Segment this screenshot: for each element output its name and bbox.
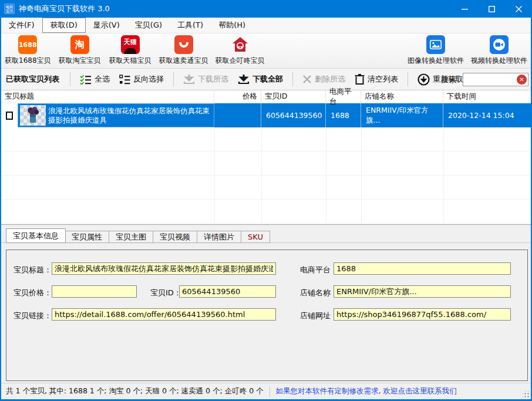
invert-selection-icon: [119, 75, 130, 85]
button-label: 删除所选: [315, 74, 345, 85]
select-all-icon: [80, 75, 92, 85]
delete-selected-icon: [302, 75, 312, 84]
clear-list-button[interactable]: 清空列表: [355, 74, 398, 85]
table-row[interactable]: 浪漫北欧风绒布玫瑰假花仿真花家居装饰仿真花束摄影拍摄婚庆道具 605644139…: [1, 103, 531, 127]
list-toolbar: 已获取宝贝列表 全选 反向选择: [1, 69, 531, 90]
menu-item[interactable]: 宝贝(G): [127, 18, 170, 33]
tab-basic-info[interactable]: 宝贝基本信息: [6, 228, 66, 243]
column-header-shop[interactable]: 店铺名称: [361, 90, 443, 103]
title-bar: 电商 宝贝 神奇电商宝贝下载软件 3.0: [0, 0, 532, 18]
item-id-field[interactable]: [179, 285, 276, 298]
download-selected-button[interactable]: 下载所选: [183, 74, 228, 85]
row-item-id: 605644139560: [261, 103, 326, 127]
menu-file[interactable]: 文件(F): [1, 18, 42, 33]
tmall-icon: 天猫: [121, 35, 140, 54]
separator: [270, 386, 270, 397]
app-icon-text: 电商: [6, 5, 13, 9]
resize-grip-icon[interactable]: [523, 391, 530, 398]
menu-fetch[interactable]: 获取(D): [42, 18, 86, 33]
row-checkbox[interactable]: [6, 112, 13, 120]
1688-icon: 1688: [18, 35, 37, 54]
column-header-title[interactable]: 宝贝标题: [1, 90, 214, 103]
search-label: 搜索:: [442, 75, 459, 85]
tab-detail-images[interactable]: 详情图片: [197, 231, 241, 243]
menu-help[interactable]: 帮助(H): [211, 18, 253, 33]
minimize-button[interactable]: [451, 0, 478, 18]
fetch-1688-button[interactable]: 1688 获取1688宝贝: [1, 33, 55, 68]
contact-link[interactable]: 如果您对本软件有定制修改需求, 欢迎点击这里联系我们: [276, 386, 457, 396]
title-field[interactable]: [52, 262, 276, 275]
fetch-aliexpress-button[interactable]: 获取速卖通宝贝: [156, 33, 212, 68]
row-price: [214, 103, 261, 127]
platform-field[interactable]: [334, 262, 511, 275]
taobao-icon: 淘: [70, 35, 89, 54]
table-header: 宝贝标题 价格 宝贝ID 电商平台 店铺名称 下载时间: [1, 90, 531, 103]
aliexpress-icon: [174, 35, 193, 54]
price-field[interactable]: [52, 285, 137, 298]
column-header-id[interactable]: 宝贝ID: [261, 90, 326, 103]
separator: [292, 72, 293, 86]
column-header-platform[interactable]: 电商平台: [326, 90, 361, 103]
app-window: 电商 宝贝 神奇电商宝贝下载软件 3.0 文件(F) 获取(D) 显示(V) 宝…: [0, 0, 532, 401]
row-title: 浪漫北欧风绒布玫瑰假花仿真花家居装饰仿真花束摄影拍摄婚庆道具: [48, 106, 212, 125]
image-converter-button[interactable]: 图像转换处理软件: [404, 33, 467, 68]
button-label: 获取企叮咚宝贝: [216, 56, 265, 66]
tab-attributes[interactable]: 宝贝属性: [65, 231, 109, 243]
fetch-tmall-button[interactable]: 天猫 获取天猫宝贝: [105, 33, 156, 68]
app-icon-text: 宝贝: [6, 9, 13, 13]
tab-video[interactable]: 宝贝视频: [153, 231, 197, 243]
button-label: 获取1688宝贝: [5, 56, 51, 66]
shop-url-field[interactable]: [334, 308, 511, 321]
menu-view[interactable]: 显示(V): [86, 18, 127, 33]
button-label: 全选: [95, 74, 110, 85]
download-all-button[interactable]: 下载全部: [238, 74, 283, 85]
maximize-icon: [489, 6, 495, 12]
column-header-time[interactable]: 下载时间: [443, 90, 531, 103]
title-label: 宝贝标题：: [14, 265, 52, 275]
row-shop-name: ENRMIIV/印米官方旗...: [361, 103, 443, 127]
basic-info-frame: 宝贝标题： 电商平台： 宝贝价格： 宝贝ID： 店铺名称： 宝贝链接： 店铺网址…: [6, 250, 528, 381]
video-converter-button[interactable]: 视频转换处理软件: [467, 33, 531, 68]
clear-list-icon: [355, 74, 365, 85]
platform-label: 电商平台：: [300, 265, 338, 275]
button-label: 获取淘宝宝贝: [59, 56, 101, 66]
status-summary: 共 1 个宝贝, 其中: 1688 1 个; 淘宝 0 个; 天猫 0 个; 速…: [6, 386, 264, 396]
menu-bar: 文件(F) 获取(D) 显示(V) 宝贝(G) 工具(T) 帮助(H): [1, 18, 531, 33]
button-label: 下载所选: [198, 74, 228, 85]
fetch-qidingdong-button[interactable]: 获取企叮咚宝贝: [212, 33, 268, 68]
item-table: 宝贝标题 价格 宝贝ID 电商平台 店铺名称 下载时间 浪漫北欧风绒布玫瑰假花仿…: [1, 90, 531, 225]
tab-main-images[interactable]: 宝贝主图: [109, 231, 153, 243]
item-link-field[interactable]: [52, 308, 276, 321]
select-all-button[interactable]: 全选: [80, 74, 110, 85]
price-label: 宝贝价格：: [14, 288, 52, 298]
button-label: 图像转换处理软件: [408, 56, 464, 66]
close-icon: [516, 6, 522, 12]
button-label: 下载全部: [252, 74, 283, 85]
column-header-price[interactable]: 价格: [214, 90, 261, 103]
shop-url-label: 店铺网址：: [300, 311, 338, 321]
image-converter-icon: [426, 35, 445, 54]
close-button[interactable]: [505, 0, 532, 18]
shop-name-field[interactable]: [334, 285, 511, 298]
item-thumbnail: [20, 105, 46, 126]
button-label: 获取天猫宝贝: [109, 56, 151, 66]
list-title: 已获取宝贝列表: [6, 74, 59, 85]
fetch-taobao-button[interactable]: 淘 获取淘宝宝贝: [55, 33, 105, 68]
item-link-label: 宝贝链接：: [14, 311, 52, 321]
main-toolbar: 1688 获取1688宝贝 淘 获取淘宝宝贝 天猫 获取天猫宝贝 获取速卖通宝贝: [1, 33, 531, 69]
shop-name-label: 店铺名称：: [300, 288, 338, 298]
button-label: 视频转换处理软件: [471, 56, 527, 66]
maximize-button[interactable]: [478, 0, 505, 18]
tab-sku[interactable]: SKU: [241, 231, 270, 243]
clear-search-icon[interactable]: ✕: [517, 75, 527, 85]
menu-tools[interactable]: 工具(T): [170, 18, 211, 33]
delete-selected-button[interactable]: 删除所选: [302, 74, 345, 85]
download-all-icon: [238, 74, 250, 85]
tab-strip: 宝贝基本信息 宝贝属性 宝贝主图 宝贝视频 详情图片 SKU: [6, 228, 270, 243]
row-platform: 1688: [326, 103, 361, 127]
item-id-label: 宝贝ID：: [150, 288, 181, 298]
invert-selection-button[interactable]: 反向选择: [119, 74, 164, 85]
button-label: 清空列表: [368, 74, 398, 85]
button-label: 获取速卖通宝贝: [159, 56, 208, 66]
app-icon: 电商 宝贝: [4, 4, 15, 14]
